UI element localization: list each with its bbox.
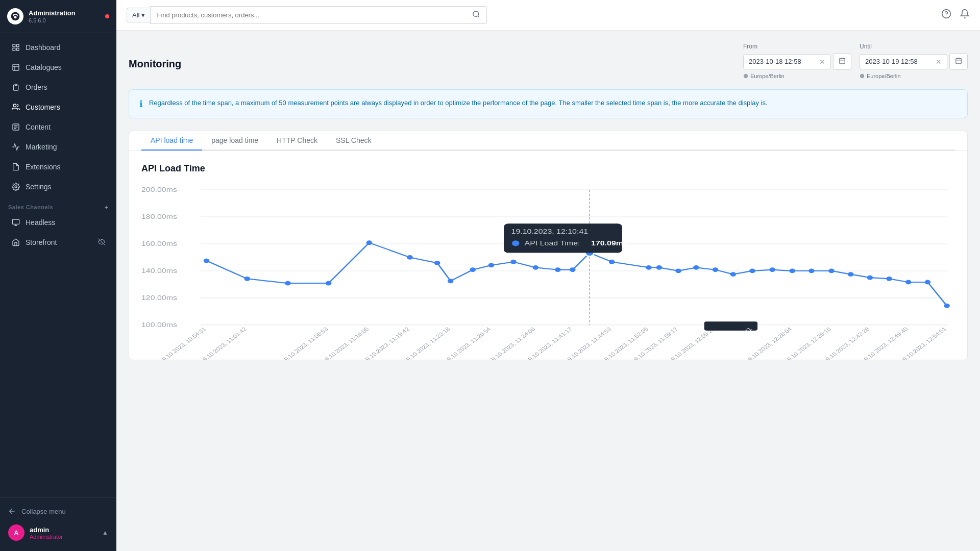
sidebar-nav: Dashboard Catalogues Orders Customers Co… [0,33,116,497]
sidebar-item-marketing[interactable]: Marketing [3,137,113,157]
from-date-clear[interactable]: ✕ [819,58,825,66]
svg-point-53 [609,260,615,264]
svg-text:19.10.2023, 11:19:42: 19.10.2023, 11:19:42 [361,327,411,360]
monitoring-header: Monitoring From ✕ Eu [129,43,968,79]
tab-http-check[interactable]: HTTP Check [267,131,327,151]
user-details: admin Administrator [30,526,63,540]
sidebar-item-content[interactable]: Content [3,117,113,137]
sidebar-item-extensions[interactable]: Extensions [3,157,113,177]
tab-page-load-time[interactable]: page load time [202,131,267,151]
svg-rect-3 [16,44,19,47]
sidebar-item-orders[interactable]: Orders [3,78,113,97]
svg-point-44 [434,261,440,265]
svg-point-39 [244,277,250,281]
svg-point-45 [448,279,454,283]
sidebar-item-customers[interactable]: Customers [3,97,113,117]
svg-point-9 [15,186,17,188]
app-info: Administration 6.5.6.0 [29,9,76,24]
topbar: All ▾ [116,0,980,31]
sidebar-item-storefront[interactable]: Storefront [3,233,113,252]
svg-point-38 [204,259,210,263]
tab-api-load-time[interactable]: API load time [141,131,202,151]
svg-point-69 [925,280,931,285]
collapse-menu-button[interactable]: Collapse menu [7,503,109,519]
sidebar-item-catalogues[interactable]: Catalogues [3,58,113,77]
until-date-text[interactable] [865,58,932,65]
svg-point-41 [326,281,332,286]
until-calendar-button[interactable] [949,53,968,70]
svg-rect-4 [13,48,15,51]
svg-point-65 [848,272,854,277]
until-date-clear[interactable]: ✕ [936,58,942,66]
svg-point-56 [675,269,681,273]
svg-text:120.00ms: 120.00ms [141,294,177,302]
storefront-visibility-icon[interactable] [98,238,105,247]
svg-text:100.00ms: 100.00ms [141,321,177,329]
sidebar-footer: Collapse menu A admin Administrator ▲ [0,497,116,551]
user-menu-toggle[interactable]: ▲ [102,529,108,536]
content-area: Monitoring From ✕ Eu [116,31,980,551]
search-container: All ▾ [127,6,487,24]
svg-text:200.00ms: 200.00ms [141,186,177,193]
info-box: ℹ Regardless of the time span, a maximum… [129,89,968,118]
app-logo [7,8,23,24]
svg-point-62 [789,269,795,273]
catalogue-icon [11,63,20,72]
svg-rect-15 [840,58,845,64]
notifications-icon[interactable] [960,9,970,21]
headless-icon [11,218,20,227]
storefront-icon [11,238,20,247]
tab-ssl-check[interactable]: SSL Check [327,131,381,151]
chevron-down-icon: ▾ [141,11,145,19]
svg-point-63 [808,269,815,273]
sidebar-item-label: Extensions [26,163,60,171]
sidebar-item-label: Content [26,123,51,131]
help-icon[interactable] [941,9,951,21]
svg-rect-5 [16,48,19,51]
search-button[interactable] [466,7,486,23]
from-calendar-button[interactable] [833,53,851,70]
chart-title: API Load Time [141,163,955,174]
sidebar-item-label: Marketing [26,143,57,151]
sidebar-item-dashboard[interactable]: Dashboard [3,38,113,57]
svg-point-47 [488,263,495,267]
search-type-dropdown[interactable]: All ▾ [127,8,150,22]
svg-text:19.10.2023, 11:23:18: 19.10.2023, 11:23:18 [402,327,452,360]
svg-rect-6 [13,64,19,70]
tabs-container: API load time page load time HTTP Check … [129,131,967,151]
svg-point-42 [366,240,373,245]
sidebar-item-label: Catalogues [26,63,62,71]
svg-text:170.09ms: 170.09ms [591,240,628,247]
svg-point-51 [570,267,576,272]
until-date-input: ✕ [860,54,947,69]
until-timezone: Europe/Berlin [860,73,968,79]
svg-point-64 [828,269,835,273]
svg-text:19.10.2023, 11:16:06: 19.10.2023, 11:16:06 [321,327,370,360]
search-input[interactable] [151,8,466,22]
sales-channels-section: Sales Channels + [0,197,116,212]
svg-point-40 [285,281,291,286]
svg-point-48 [510,260,517,264]
sidebar-item-label: Headless [26,218,55,227]
svg-point-57 [693,265,699,270]
svg-text:19.10.2023, 11:01:42: 19.10.2023, 11:01:42 [199,327,248,360]
content-icon [11,122,20,132]
from-timezone: Europe/Berlin [743,73,851,79]
svg-text:19.10.2023, 10:54:31: 19.10.2023, 10:54:31 [158,327,207,360]
sidebar-item-headless[interactable]: Headless [3,213,113,232]
tabs: API load time page load time HTTP Check … [141,131,955,151]
from-date-text[interactable] [749,58,815,65]
add-sales-channel-icon[interactable]: + [105,204,108,210]
until-date-field: Until ✕ Europe/Berlin [860,43,968,79]
svg-point-60 [749,269,755,273]
svg-point-61 [769,267,775,272]
svg-rect-10 [12,219,19,224]
sidebar-item-label: Dashboard [26,43,61,52]
svg-point-19 [744,74,748,78]
svg-point-66 [867,276,873,280]
sidebar-item-label: Settings [26,183,52,191]
svg-rect-20 [956,58,962,64]
sidebar-item-settings[interactable]: Settings [3,177,113,196]
svg-text:140.00ms: 140.00ms [141,267,177,274]
sidebar-item-label: Orders [26,83,47,91]
